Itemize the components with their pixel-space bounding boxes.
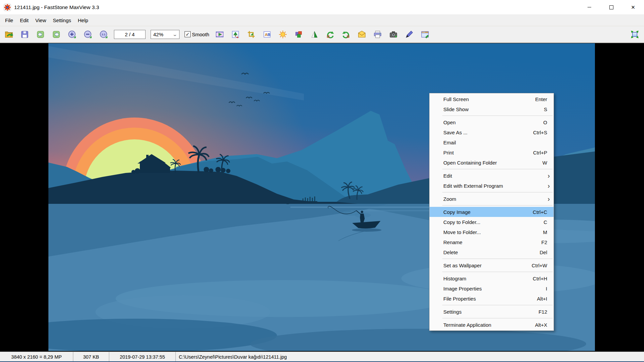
rotate-left-icon	[326, 30, 335, 39]
zoom-level-select[interactable]: 42% ⌄	[151, 30, 179, 39]
menu-item-print[interactable]: PrintCtrl+P	[430, 147, 554, 157]
sun-icon	[278, 30, 287, 39]
menu-item-shortcut: I	[546, 286, 547, 291]
menubar-item-view[interactable]: View	[32, 16, 49, 25]
arrow-right-icon	[52, 30, 61, 39]
menubar-item-file[interactable]: File	[2, 16, 16, 25]
rotate-right-button[interactable]	[341, 29, 352, 40]
open-icon	[4, 30, 13, 39]
menu-item-label: Delete	[443, 250, 458, 255]
maximize-button[interactable]	[600, 0, 622, 14]
menu-item-zoom[interactable]: Zoom›	[430, 194, 554, 204]
previous-image-button[interactable]	[35, 29, 46, 40]
menu-item-settings[interactable]: SettingsF12	[430, 307, 554, 317]
screen-capture-button[interactable]	[388, 29, 399, 40]
email-button[interactable]	[357, 29, 367, 40]
menubar-item-help[interactable]: Help	[74, 16, 91, 25]
app-window: 121411.jpg - FastStone MaxView 3.3 ✕ Fil…	[0, 0, 644, 362]
zoom-in-button[interactable]	[67, 29, 77, 40]
window-title: 121411.jpg - FastStone MaxView 3.3	[14, 4, 99, 10]
menu-item-delete[interactable]: DeleteDel	[430, 247, 554, 257]
menu-item-shortcut: F12	[538, 309, 547, 315]
smooth-option: ✓ Smooth	[185, 31, 209, 37]
menu-item-shortcut: Del	[539, 250, 547, 255]
menu-item-terminate-application[interactable]: Terminate ApplicationAlt+X	[430, 320, 554, 330]
sharpen-icon	[310, 30, 319, 39]
zoom-out-icon	[83, 30, 92, 39]
adjust-colors-button[interactable]	[293, 29, 304, 40]
menu-item-open[interactable]: OpenO	[430, 117, 554, 127]
menu-item-label: Edit with External Program	[443, 183, 503, 189]
adjust-lighting-button[interactable]	[278, 29, 288, 40]
print-button[interactable]	[372, 29, 383, 40]
email-icon	[357, 30, 366, 39]
arrow-left-icon	[36, 30, 45, 39]
menu-item-save-as[interactable]: Save As ...Ctrl+S	[430, 127, 554, 137]
page-indicator-value: 2 / 4	[125, 32, 134, 37]
menu-item-copy-to-folder[interactable]: Copy to Folder...C	[430, 217, 554, 227]
menu-item-label: Set as Wallpaper	[443, 263, 482, 268]
camera-icon	[389, 30, 398, 39]
minimize-button[interactable]	[578, 0, 600, 14]
menu-item-file-properties[interactable]: File PropertiesAlt+I	[430, 293, 554, 304]
smooth-label: Smooth	[192, 32, 209, 37]
menu-item-shortcut: S	[544, 106, 547, 112]
menu-item-full-screen[interactable]: Full ScreenEnter	[430, 94, 554, 104]
menu-item-image-properties[interactable]: Image PropertiesI	[430, 283, 554, 293]
maximize-icon	[609, 5, 613, 9]
smooth-checkbox[interactable]: ✓	[185, 31, 191, 37]
next-image-button[interactable]	[51, 29, 62, 40]
menu-separator	[442, 116, 553, 116]
zoom-out-button[interactable]	[82, 29, 93, 40]
menu-item-shortcut: Ctrl+C	[533, 209, 547, 215]
menu-item-histogram[interactable]: HistogramCtrl+H	[430, 273, 554, 283]
fullscreen-button[interactable]	[629, 29, 640, 40]
menu-item-label: Image Properties	[443, 286, 482, 291]
menu-item-edit-with-external-program[interactable]: Edit with External Program›	[430, 181, 554, 191]
menu-item-open-containing-folder[interactable]: Open Containing FolderW	[430, 157, 554, 168]
status-timestamp: 2019-07-29 13:37:55	[109, 352, 176, 362]
rotate-right-icon	[341, 30, 351, 39]
open-button[interactable]	[3, 29, 14, 40]
toolbar: 1:1 2 / 4 42% ⌄ ✓ Smooth	[0, 26, 644, 43]
menu-item-set-as-wallpaper[interactable]: Set as WallpaperCtrl+W	[430, 260, 554, 270]
menu-item-rename[interactable]: RenameF2	[430, 237, 554, 247]
menu-item-shortcut: O	[543, 120, 547, 125]
save-button[interactable]	[19, 29, 30, 40]
page-indicator[interactable]: 2 / 4	[114, 30, 146, 39]
menu-item-move-to-folder[interactable]: Move to Folder...M	[430, 227, 554, 237]
rename-button[interactable]: A B	[262, 29, 273, 40]
menu-item-shortcut: Enter	[535, 96, 547, 102]
actual-size-button[interactable]: 1:1	[98, 29, 109, 40]
menu-separator	[442, 305, 553, 305]
menu-item-label: Open	[443, 120, 456, 125]
annotate-button[interactable]	[404, 29, 415, 40]
menu-item-copy-image[interactable]: Copy ImageCtrl+C	[430, 207, 554, 217]
menu-item-slide-show[interactable]: Slide ShowS	[430, 104, 554, 114]
menu-item-edit[interactable]: Edit›	[430, 171, 554, 181]
close-button[interactable]: ✕	[622, 0, 644, 14]
rotate-left-button[interactable]	[325, 29, 336, 40]
menu-item-shortcut: Alt+I	[537, 296, 547, 302]
menu-item-label: Zoom	[443, 196, 456, 202]
menu-separator	[442, 272, 553, 272]
menu-item-shortcut: Ctrl+S	[533, 130, 547, 135]
menu-separator	[442, 205, 553, 206]
crop-button[interactable]	[246, 29, 257, 40]
menubar-item-edit[interactable]: Edit	[16, 16, 32, 25]
slideshow-button[interactable]	[214, 29, 225, 40]
menu-item-label: Full Screen	[443, 96, 469, 102]
settings-button[interactable]	[420, 29, 431, 40]
context-menu: Full ScreenEnterSlide ShowSOpenOSave As …	[429, 93, 554, 331]
svg-text:B: B	[268, 32, 271, 37]
status-bar: 3840 x 2160 = 8,29 MP 307 KB 2019-07-29 …	[0, 352, 644, 362]
window-controls: ✕	[578, 0, 644, 14]
menu-item-email[interactable]: Email	[430, 137, 554, 147]
svg-text:1:1: 1:1	[102, 33, 106, 36]
title-bar: 121411.jpg - FastStone MaxView 3.3 ✕	[0, 0, 644, 15]
menu-item-label: Email	[443, 140, 456, 145]
menubar-item-settings[interactable]: Settings	[49, 16, 74, 25]
sharpen-button[interactable]	[309, 29, 320, 40]
resize-button[interactable]	[230, 29, 241, 40]
zoom-in-icon	[68, 30, 77, 39]
